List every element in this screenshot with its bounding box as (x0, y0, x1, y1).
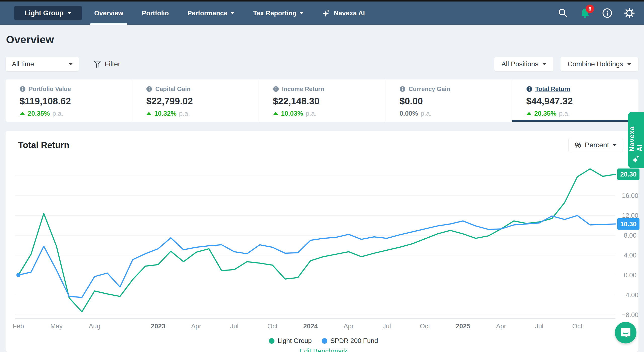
notification-count-badge: 6 (586, 5, 594, 13)
stat-label: Portfolio Value (29, 85, 71, 93)
stat-delta-suffix: p.a. (52, 110, 63, 117)
sparkles-icon (322, 9, 331, 17)
stat-delta-suffix: p.a. (559, 110, 570, 117)
stat-label-row: Total Return (526, 85, 633, 93)
positions-dropdown-button[interactable]: All Positions (494, 57, 554, 71)
stat-delta-value: 0.00% (399, 110, 418, 117)
stat-label-row: Currency Gain (399, 85, 507, 93)
chat-widget-button[interactable] (615, 322, 636, 343)
sparkles-icon (631, 155, 640, 164)
positions-value: All Positions (501, 60, 538, 68)
nav-item-performance[interactable]: Performance (187, 2, 234, 25)
nav-item-label: Portfolio (142, 9, 169, 17)
legend-label: Light Group (277, 337, 312, 345)
notifications-bell-icon[interactable]: 6 (580, 8, 591, 19)
stat-value: $119,108.62 (20, 96, 127, 107)
chart-legend: Light Group SPDR 200 Fund (6, 337, 641, 345)
nav-item-overview[interactable]: Overview (94, 2, 123, 25)
stat-delta: 10.03% p.a. (273, 110, 380, 117)
svg-text:Apr: Apr (496, 322, 506, 330)
date-range-select[interactable]: All time (6, 57, 79, 71)
settings-gear-icon[interactable] (624, 8, 635, 19)
up-arrow-icon (20, 112, 25, 115)
svg-text:16.00: 16.00 (622, 192, 638, 199)
info-icon[interactable] (602, 8, 613, 19)
stat-label-row: Income Return (273, 85, 380, 93)
combine-holdings-value: Combine Holdings (568, 60, 623, 68)
stat-label: Capital Gain (155, 85, 190, 93)
chevron-down-icon (69, 63, 73, 65)
svg-text:−8.00: −8.00 (622, 311, 638, 319)
filter-row-right: All Positions Combine Holdings (494, 57, 638, 71)
stat-label: Currency Gain (409, 85, 450, 93)
navexa-ai-side-tab[interactable]: Navexa AI (628, 112, 644, 168)
stat-delta-suffix: p.a. (306, 110, 316, 117)
stat-delta: 20.35% p.a. (20, 110, 127, 117)
svg-text:Aug: Aug (89, 322, 100, 330)
page-title: Overview (6, 34, 638, 46)
total-return-line-chart[interactable]: 16.0012.008.004.000.00−4.00−8.00FebMayAu… (6, 131, 641, 336)
total-return-chart-card: Total Return % Percent 16.0012.008.004.0… (6, 131, 638, 352)
stat-delta: 0.00% p.a. (399, 110, 507, 117)
stat-label-row: Capital Gain (146, 85, 253, 93)
legend-label: SPDR 200 Fund (330, 337, 378, 345)
nav-item-navexa-ai[interactable]: Navexa AI (322, 2, 365, 25)
svg-text:Oct: Oct (420, 322, 430, 330)
up-arrow-icon (146, 112, 152, 115)
stat-label: Income Return (282, 85, 324, 93)
svg-text:May: May (50, 322, 63, 330)
filter-label: Filter (105, 60, 120, 68)
funnel-icon (94, 60, 101, 68)
stat-delta-value: 10.03% (281, 110, 303, 117)
svg-text:20.30: 20.30 (620, 170, 636, 178)
stat-card-capital-gain[interactable]: Capital Gain $22,799.02 10.32% p.a. (132, 79, 258, 122)
info-icon (399, 86, 406, 92)
svg-text:Oct: Oct (572, 322, 583, 330)
info-icon (273, 86, 279, 92)
info-icon (526, 86, 532, 92)
nav-item-portfolio[interactable]: Portfolio (142, 2, 169, 25)
svg-text:−4.00: −4.00 (622, 291, 638, 299)
chevron-down-icon (542, 63, 546, 65)
info-icon (20, 86, 26, 92)
legend-item-light-group[interactable]: Light Group (269, 337, 312, 345)
stat-card-currency-gain[interactable]: Currency Gain $0.00 0.00% p.a. (385, 79, 512, 122)
stat-delta: 10.32% p.a. (146, 110, 253, 117)
legend-dot-green (269, 338, 274, 344)
nav-item-tax-reporting[interactable]: Tax Reporting (253, 2, 304, 25)
portfolio-selector-button[interactable]: Light Group (14, 6, 82, 20)
search-icon[interactable] (557, 8, 569, 19)
svg-text:12.00: 12.00 (622, 212, 638, 219)
nav-item-label: Tax Reporting (253, 9, 297, 17)
filter-button[interactable]: Filter (94, 60, 120, 68)
chat-bubble-icon (620, 327, 631, 338)
svg-text:10.30: 10.30 (620, 220, 636, 228)
svg-text:Apr: Apr (344, 322, 354, 330)
stat-card-total-return[interactable]: Total Return $44,947.32 20.35% p.a. (512, 79, 638, 122)
svg-text:Jul: Jul (383, 322, 391, 330)
svg-text:8.00: 8.00 (624, 232, 637, 239)
up-arrow-icon (273, 112, 278, 115)
stat-delta-value: 20.35% (28, 110, 50, 117)
combine-holdings-dropdown-button[interactable]: Combine Holdings (560, 57, 638, 71)
svg-text:4.00: 4.00 (624, 251, 637, 259)
filter-row: All time Filter All Positions Combine Ho… (6, 57, 638, 71)
nav-menu: Overview Portfolio Performance Tax Repor… (94, 2, 365, 25)
legend-item-spdr-200-fund[interactable]: SPDR 200 Fund (322, 337, 378, 345)
stat-card-portfolio-value[interactable]: Portfolio Value $119,108.62 20.35% p.a. (6, 79, 132, 122)
stat-delta-value: 20.35% (534, 110, 556, 117)
nav-item-label: Overview (94, 9, 123, 17)
stat-card-income-return[interactable]: Income Return $22,148.30 10.03% p.a. (259, 79, 385, 122)
edit-benchmark-link[interactable]: Edit Benchmark (6, 347, 641, 352)
svg-text:2023: 2023 (151, 322, 166, 330)
stat-delta-suffix: p.a. (179, 110, 190, 117)
stats-band: Portfolio Value $119,108.62 20.35% p.a. … (6, 79, 638, 122)
chevron-down-icon (230, 12, 234, 14)
nav-item-label: Performance (187, 9, 227, 17)
svg-text:0.00: 0.00 (624, 271, 637, 279)
info-icon (146, 86, 152, 92)
svg-text:Apr: Apr (191, 322, 202, 330)
stat-value: $22,148.30 (273, 96, 380, 107)
chevron-down-icon (300, 12, 304, 14)
side-tab-label: Navexa AI (628, 118, 644, 151)
